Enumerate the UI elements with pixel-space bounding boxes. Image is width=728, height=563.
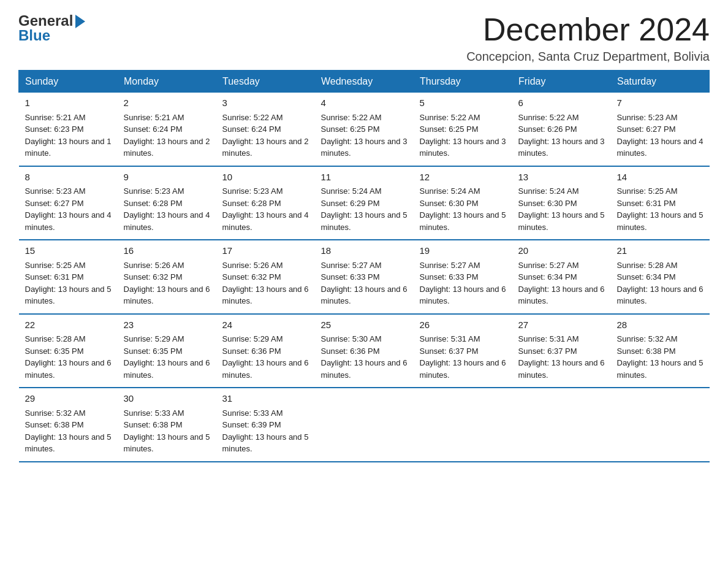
- day-info: Sunrise: 5:27 AMSunset: 6:33 PMDaylight:…: [321, 261, 408, 306]
- day-number: 23: [124, 318, 210, 332]
- calendar-day-18: 18Sunrise: 5:27 AMSunset: 6:33 PMDayligh…: [315, 240, 414, 314]
- calendar-day-14: 14Sunrise: 5:25 AMSunset: 6:31 PMDayligh…: [611, 166, 710, 240]
- day-info: Sunrise: 5:25 AMSunset: 6:31 PMDaylight:…: [25, 261, 112, 306]
- calendar-day-19: 19Sunrise: 5:27 AMSunset: 6:33 PMDayligh…: [414, 240, 512, 314]
- day-number: 2: [124, 96, 210, 110]
- calendar-week-row-2: 8Sunrise: 5:23 AMSunset: 6:27 PMDaylight…: [19, 166, 710, 240]
- day-number: 1: [25, 96, 112, 110]
- day-number: 17: [222, 244, 309, 258]
- weekday-header-friday: Friday: [512, 71, 611, 93]
- calendar-week-row-1: 1Sunrise: 5:21 AMSunset: 6:23 PMDaylight…: [19, 93, 710, 166]
- weekday-header-row: SundayMondayTuesdayWednesdayThursdayFrid…: [19, 71, 710, 93]
- day-info: Sunrise: 5:30 AMSunset: 6:36 PMDaylight:…: [321, 334, 408, 380]
- calendar-day-26: 26Sunrise: 5:31 AMSunset: 6:37 PMDayligh…: [414, 314, 512, 388]
- weekday-header-sunday: Sunday: [19, 71, 118, 93]
- day-number: 29: [25, 392, 112, 406]
- calendar-day-17: 17Sunrise: 5:26 AMSunset: 6:32 PMDayligh…: [216, 240, 315, 314]
- weekday-header-tuesday: Tuesday: [216, 71, 315, 93]
- day-info: Sunrise: 5:24 AMSunset: 6:30 PMDaylight:…: [518, 186, 605, 232]
- day-number: 19: [420, 244, 506, 258]
- day-info: Sunrise: 5:22 AMSunset: 6:24 PMDaylight:…: [222, 113, 309, 158]
- calendar-day-31: 31Sunrise: 5:33 AMSunset: 6:39 PMDayligh…: [216, 388, 315, 462]
- location-subtitle: Concepcion, Santa Cruz Department, Boliv…: [466, 50, 710, 64]
- day-number: 9: [124, 170, 210, 185]
- calendar-body: 1Sunrise: 5:21 AMSunset: 6:23 PMDaylight…: [19, 93, 710, 462]
- calendar-day-20: 20Sunrise: 5:27 AMSunset: 6:34 PMDayligh…: [512, 240, 611, 314]
- day-number: 21: [617, 244, 703, 258]
- day-info: Sunrise: 5:28 AMSunset: 6:34 PMDaylight:…: [617, 261, 703, 306]
- calendar-day-5: 5Sunrise: 5:22 AMSunset: 6:25 PMDaylight…: [414, 93, 512, 166]
- calendar-day-12: 12Sunrise: 5:24 AMSunset: 6:30 PMDayligh…: [414, 166, 512, 240]
- calendar-day-11: 11Sunrise: 5:24 AMSunset: 6:29 PMDayligh…: [315, 166, 414, 240]
- day-number: 22: [25, 318, 112, 332]
- day-info: Sunrise: 5:22 AMSunset: 6:25 PMDaylight:…: [420, 113, 506, 158]
- day-number: 26: [420, 318, 506, 332]
- calendar-day-6: 6Sunrise: 5:22 AMSunset: 6:26 PMDaylight…: [512, 93, 611, 166]
- day-number: 24: [222, 318, 309, 332]
- weekday-header-saturday: Saturday: [611, 71, 710, 93]
- day-info: Sunrise: 5:22 AMSunset: 6:25 PMDaylight:…: [321, 113, 408, 158]
- calendar-day-21: 21Sunrise: 5:28 AMSunset: 6:34 PMDayligh…: [611, 240, 710, 314]
- calendar-day-16: 16Sunrise: 5:26 AMSunset: 6:32 PMDayligh…: [118, 240, 216, 314]
- logo: General Blue: [18, 12, 85, 44]
- calendar-day-30: 30Sunrise: 5:33 AMSunset: 6:38 PMDayligh…: [118, 388, 216, 462]
- day-info: Sunrise: 5:22 AMSunset: 6:26 PMDaylight:…: [518, 113, 605, 158]
- day-number: 30: [124, 392, 210, 406]
- calendar-empty-cell: [611, 388, 710, 462]
- day-info: Sunrise: 5:31 AMSunset: 6:37 PMDaylight:…: [420, 334, 506, 380]
- calendar-week-row-4: 22Sunrise: 5:28 AMSunset: 6:35 PMDayligh…: [19, 314, 710, 388]
- day-info: Sunrise: 5:33 AMSunset: 6:39 PMDaylight:…: [222, 408, 309, 454]
- day-info: Sunrise: 5:24 AMSunset: 6:30 PMDaylight:…: [420, 186, 506, 232]
- title-section: December 2024 Concepcion, Santa Cruz Dep…: [466, 12, 710, 64]
- calendar-day-8: 8Sunrise: 5:23 AMSunset: 6:27 PMDaylight…: [19, 166, 118, 240]
- logo-arrow-icon: [75, 15, 85, 28]
- day-info: Sunrise: 5:29 AMSunset: 6:35 PMDaylight:…: [124, 334, 210, 380]
- day-info: Sunrise: 5:23 AMSunset: 6:27 PMDaylight:…: [617, 113, 703, 158]
- calendar-empty-cell: [315, 388, 414, 462]
- calendar-empty-cell: [512, 388, 611, 462]
- day-info: Sunrise: 5:21 AMSunset: 6:24 PMDaylight:…: [124, 113, 210, 158]
- calendar-week-row-3: 15Sunrise: 5:25 AMSunset: 6:31 PMDayligh…: [19, 240, 710, 314]
- calendar-day-23: 23Sunrise: 5:29 AMSunset: 6:35 PMDayligh…: [118, 314, 216, 388]
- day-info: Sunrise: 5:29 AMSunset: 6:36 PMDaylight:…: [222, 334, 309, 380]
- day-info: Sunrise: 5:28 AMSunset: 6:35 PMDaylight:…: [25, 334, 112, 380]
- day-number: 16: [124, 244, 210, 258]
- day-info: Sunrise: 5:23 AMSunset: 6:27 PMDaylight:…: [25, 186, 112, 232]
- day-number: 8: [25, 170, 112, 185]
- calendar-day-10: 10Sunrise: 5:23 AMSunset: 6:28 PMDayligh…: [216, 166, 315, 240]
- calendar-day-22: 22Sunrise: 5:28 AMSunset: 6:35 PMDayligh…: [19, 314, 118, 388]
- calendar-day-1: 1Sunrise: 5:21 AMSunset: 6:23 PMDaylight…: [19, 93, 118, 166]
- day-number: 5: [420, 96, 506, 110]
- day-number: 31: [222, 392, 309, 406]
- day-info: Sunrise: 5:21 AMSunset: 6:23 PMDaylight:…: [25, 113, 112, 158]
- day-info: Sunrise: 5:27 AMSunset: 6:33 PMDaylight:…: [420, 261, 506, 306]
- calendar-day-29: 29Sunrise: 5:32 AMSunset: 6:38 PMDayligh…: [19, 388, 118, 462]
- day-info: Sunrise: 5:26 AMSunset: 6:32 PMDaylight:…: [222, 261, 309, 306]
- day-number: 28: [617, 318, 703, 332]
- calendar-day-15: 15Sunrise: 5:25 AMSunset: 6:31 PMDayligh…: [19, 240, 118, 314]
- calendar-day-3: 3Sunrise: 5:22 AMSunset: 6:24 PMDaylight…: [216, 93, 315, 166]
- day-number: 12: [420, 170, 506, 185]
- calendar-table: SundayMondayTuesdayWednesdayThursdayFrid…: [18, 70, 710, 462]
- day-number: 4: [321, 96, 408, 110]
- calendar-day-9: 9Sunrise: 5:23 AMSunset: 6:28 PMDaylight…: [118, 166, 216, 240]
- day-number: 27: [518, 318, 605, 332]
- day-info: Sunrise: 5:24 AMSunset: 6:29 PMDaylight:…: [321, 186, 408, 232]
- day-info: Sunrise: 5:25 AMSunset: 6:31 PMDaylight:…: [617, 186, 703, 232]
- day-number: 10: [222, 170, 309, 185]
- day-info: Sunrise: 5:31 AMSunset: 6:37 PMDaylight:…: [518, 334, 605, 380]
- calendar-day-25: 25Sunrise: 5:30 AMSunset: 6:36 PMDayligh…: [315, 314, 414, 388]
- weekday-header-thursday: Thursday: [414, 71, 512, 93]
- calendar-day-2: 2Sunrise: 5:21 AMSunset: 6:24 PMDaylight…: [118, 93, 216, 166]
- day-number: 3: [222, 96, 309, 110]
- calendar-week-row-5: 29Sunrise: 5:32 AMSunset: 6:38 PMDayligh…: [19, 388, 710, 462]
- calendar-day-4: 4Sunrise: 5:22 AMSunset: 6:25 PMDaylight…: [315, 93, 414, 166]
- calendar-day-28: 28Sunrise: 5:32 AMSunset: 6:38 PMDayligh…: [611, 314, 710, 388]
- weekday-header-wednesday: Wednesday: [315, 71, 414, 93]
- calendar-day-7: 7Sunrise: 5:23 AMSunset: 6:27 PMDaylight…: [611, 93, 710, 166]
- calendar-empty-cell: [414, 388, 512, 462]
- day-number: 14: [617, 170, 703, 185]
- day-number: 7: [617, 96, 703, 110]
- calendar-day-13: 13Sunrise: 5:24 AMSunset: 6:30 PMDayligh…: [512, 166, 611, 240]
- day-info: Sunrise: 5:26 AMSunset: 6:32 PMDaylight:…: [124, 261, 210, 306]
